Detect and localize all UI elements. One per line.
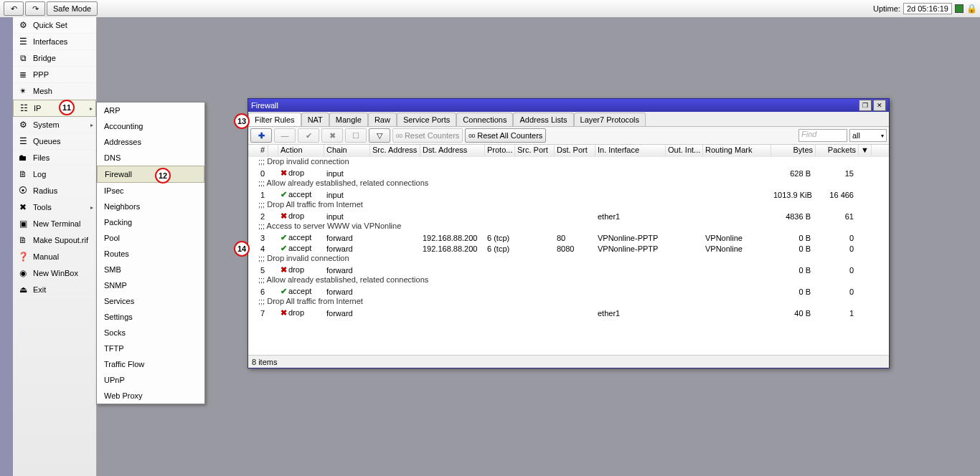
cell: 6 (tcp) — [485, 234, 515, 242]
tab-layer7-protocols[interactable]: Layer7 Protocols — [574, 113, 646, 126]
rule-row[interactable]: 6✔acceptforward0 B0 — [248, 286, 889, 297]
col-header[interactable]: Src. Address — [370, 145, 420, 157]
find-input[interactable]: Find — [798, 129, 847, 142]
undo-button[interactable]: ↶ — [4, 1, 24, 16]
rule-row[interactable]: 1✔acceptinput1013.9 KiB16 466 — [248, 189, 889, 200]
col-header[interactable]: Chain — [324, 145, 370, 157]
submenu-item-smb[interactable]: SMB — [97, 262, 204, 277]
submenu-item-ipsec[interactable]: IPsec — [97, 183, 204, 199]
menu-item-interfaces[interactable]: ☰Interfaces — [13, 34, 96, 50]
remove-button[interactable]: — — [274, 128, 296, 143]
cell: forward — [324, 309, 370, 318]
cell: input — [324, 191, 370, 199]
menu-item-quick-set[interactable]: ⚙Quick Set — [13, 17, 96, 34]
restore-button[interactable]: ❐ — [859, 100, 872, 111]
close-button[interactable]: ✕ — [873, 100, 886, 111]
grid-header: #ActionChainSrc. AddressDst. AddressProt… — [248, 145, 889, 158]
submenu-item-services[interactable]: Services — [97, 293, 204, 309]
submenu-item-upnp[interactable]: UPnP — [97, 372, 204, 388]
filter-all-select[interactable]: all▾ — [849, 129, 887, 142]
disable-button[interactable]: ✖ — [321, 128, 343, 143]
rule-row[interactable]: 4✔acceptforward192.168.88.2006 (tcp)8080… — [248, 243, 889, 254]
menu-icon: ☰ — [17, 36, 29, 47]
rule-row[interactable]: 5✖dropforward0 B0 — [248, 265, 889, 275]
menu-item-bridge[interactable]: ⧉Bridge — [13, 50, 96, 67]
cell: 6 (tcp) — [485, 244, 515, 253]
cell: 0 B — [771, 234, 816, 242]
submenu-item-socks[interactable]: Socks — [97, 325, 204, 341]
comment-button[interactable]: ☐ — [345, 128, 367, 143]
rule-row[interactable]: 2✖dropinputether14836 B61 — [248, 211, 889, 222]
menu-item-radius[interactable]: ⦿Radius — [13, 183, 96, 199]
menu-item-mesh[interactable]: ✴Mesh — [13, 83, 96, 100]
submenu-item-accounting[interactable]: Accounting — [97, 118, 204, 134]
reset-all-counters-button[interactable]: 00Reset All Counters — [465, 128, 546, 143]
menu-item-ppp[interactable]: ≣PPP — [13, 67, 96, 83]
submenu-item-web-proxy[interactable]: Web Proxy — [97, 388, 204, 404]
submenu-item-pool[interactable]: Pool — [97, 230, 204, 246]
submenu-item-arp[interactable]: ARP — [97, 103, 204, 118]
menu-item-system[interactable]: ⚙System▸ — [13, 117, 96, 133]
safe-mode-button[interactable]: Safe Mode — [47, 1, 98, 16]
tab-address-lists[interactable]: Address Lists — [513, 113, 573, 126]
col-header[interactable]: Action — [278, 145, 324, 157]
col-header[interactable]: Dst. Address — [420, 145, 485, 157]
enable-button[interactable]: ✔ — [298, 128, 319, 143]
cell: 192.168.88.200 — [420, 244, 485, 253]
rule-row[interactable]: 0✖dropinput628 B15 — [248, 168, 889, 178]
submenu-item-neighbors[interactable]: Neighbors — [97, 199, 204, 214]
tab-service-ports[interactable]: Service Ports — [397, 113, 456, 126]
submenu-item-firewall[interactable]: Firewall — [97, 166, 204, 183]
menu-item-manual[interactable]: ❓Manual — [13, 249, 96, 265]
cell: 0 — [816, 244, 859, 253]
col-header[interactable] — [268, 145, 278, 157]
col-header[interactable]: Bytes — [771, 145, 816, 157]
col-header[interactable]: Src. Port — [515, 145, 555, 157]
submenu-item-snmp[interactable]: SNMP — [97, 277, 204, 293]
col-header[interactable]: # — [248, 145, 268, 157]
col-header[interactable]: In. Interface — [595, 145, 666, 157]
filter-button[interactable]: ▽ — [369, 128, 390, 143]
rule-row[interactable]: 3✔acceptforward192.168.88.2006 (tcp)80VP… — [248, 232, 889, 243]
chevron-right-icon: ▸ — [90, 204, 93, 211]
add-button[interactable]: ✚ — [250, 128, 272, 143]
firewall-titlebar[interactable]: Firewall ❐ ✕ — [248, 99, 889, 112]
redo-icon: ↷ — [32, 4, 39, 14]
submenu-item-settings[interactable]: Settings — [97, 309, 204, 325]
cell: ether1 — [595, 309, 666, 318]
rule-row[interactable]: 7✖dropforwardether140 B1 — [248, 308, 889, 318]
menu-item-ip[interactable]: ☷IP▸ — [13, 100, 96, 117]
menu-item-queues[interactable]: ☰Queues — [13, 133, 96, 150]
menu-item-files[interactable]: 🖿Files — [13, 150, 96, 166]
menu-item-new-winbox[interactable]: ◉New WinBox — [13, 265, 96, 282]
menu-item-exit[interactable]: ⏏Exit — [13, 282, 96, 298]
tab-filter-rules[interactable]: Filter Rules — [248, 113, 301, 126]
tab-nat[interactable]: NAT — [301, 113, 329, 126]
menu-item-tools[interactable]: ✖Tools▸ — [13, 199, 96, 216]
col-header[interactable]: Proto... — [485, 145, 515, 157]
submenu-item-dns[interactable]: DNS — [97, 150, 204, 166]
col-header[interactable]: ▼ — [859, 145, 872, 157]
redo-button[interactable]: ↷ — [25, 1, 45, 16]
tab-connections[interactable]: Connections — [456, 113, 513, 126]
submenu-item-packing[interactable]: Packing — [97, 214, 204, 230]
cell: 7 — [248, 309, 268, 318]
grid-body[interactable]: ;;; Drop invalid connection0✖dropinput62… — [248, 157, 889, 355]
submenu-item-routes[interactable]: Routes — [97, 246, 204, 262]
menu-item-make-supout.rif[interactable]: 🗎Make Supout.rif — [13, 232, 96, 249]
submenu-item-tftp[interactable]: TFTP — [97, 341, 204, 356]
callout-14: 14 — [234, 241, 250, 257]
tab-raw[interactable]: Raw — [368, 113, 397, 126]
submenu-item-addresses[interactable]: Addresses — [97, 134, 204, 150]
tab-mangle[interactable]: Mangle — [329, 113, 368, 126]
col-header[interactable]: Packets — [816, 145, 859, 157]
col-header[interactable]: Routing Mark — [703, 145, 771, 157]
menu-icon: ⚙ — [17, 119, 29, 130]
submenu-item-traffic-flow[interactable]: Traffic Flow — [97, 356, 204, 372]
menu-item-log[interactable]: 🗎Log — [13, 166, 96, 183]
col-header[interactable]: Out. Int... — [666, 145, 703, 157]
reset-counters-button[interactable]: 00Reset Counters — [392, 128, 463, 143]
menu-label: Queues — [33, 137, 61, 146]
menu-item-new-terminal[interactable]: ▣New Terminal — [13, 216, 96, 232]
col-header[interactable]: Dst. Port — [555, 145, 595, 157]
